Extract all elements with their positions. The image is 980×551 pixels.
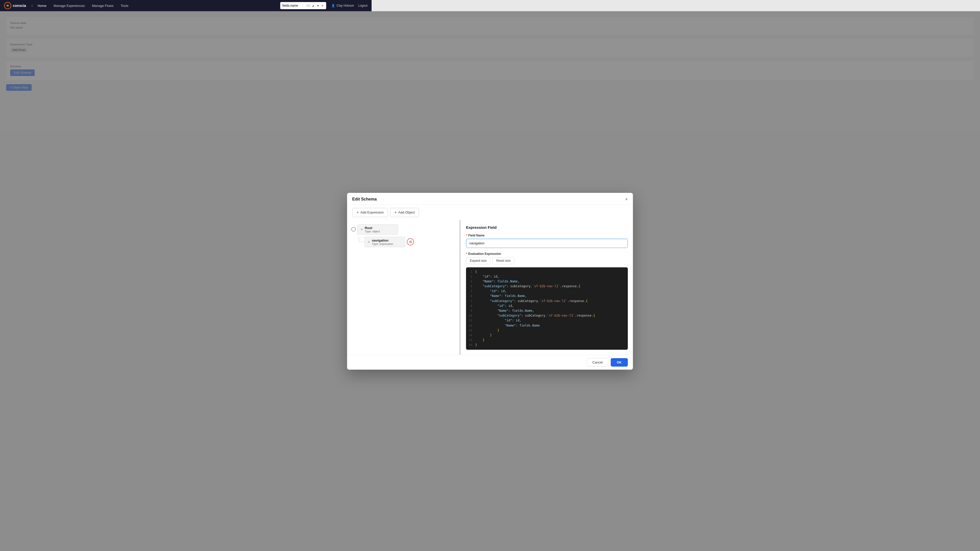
edit-schema-modal: Edit Schema × + Add Expression + Add Obj… [347, 193, 372, 208]
search-input[interactable] [282, 4, 305, 7]
modal-header: Edit Schema × [347, 193, 372, 205]
nav-home-icon: ⌂ [31, 4, 33, 7]
search-prev-button[interactable]: ▲ [311, 3, 315, 8]
logo-text: conscia [13, 3, 26, 8]
svg-point-1 [7, 5, 8, 6]
modal-toolbar: + Add Expression + Add Object [347, 205, 372, 208]
modal-overlay: Edit Schema × + Add Expression + Add Obj… [0, 11, 372, 208]
top-navigation: conscia ⌂ Home Manage Experiences Manage… [0, 0, 372, 11]
logo: conscia [4, 2, 26, 9]
user-name: Clay Hobson [337, 4, 354, 7]
user-info: 👤 Clay Hobson [331, 4, 354, 7]
nav-home[interactable]: Home [35, 2, 49, 9]
nav-manage-flows[interactable]: Manage Flows [89, 2, 116, 9]
search-count: 0/0 [306, 4, 310, 7]
nav-tools[interactable]: Tools [118, 2, 131, 9]
global-search-bar: 0/0 ▲ ▼ × [280, 2, 326, 9]
nav-manage-experiences[interactable]: Manage Experiences [51, 2, 87, 9]
search-next-button[interactable]: ▼ [316, 3, 320, 8]
conscia-logo-icon [4, 2, 11, 9]
search-close-button[interactable]: × [321, 3, 324, 8]
modal-title: Edit Schema [352, 197, 372, 202]
logout-button[interactable]: Logout [358, 4, 368, 7]
add-expression-button[interactable]: + Add Expression [352, 208, 372, 208]
user-icon: 👤 [331, 4, 335, 7]
